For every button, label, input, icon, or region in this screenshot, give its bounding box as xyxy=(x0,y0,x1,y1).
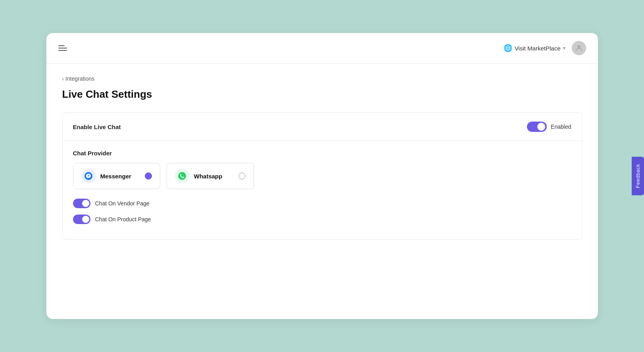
visit-marketplace-label: Visit MarketPlace xyxy=(515,45,561,52)
globe-icon: 🌐 xyxy=(504,44,512,52)
content-area: ‹ Integrations Live Chat Settings Enable… xyxy=(46,64,598,319)
chat-provider-section: Chat Provider Messenger xyxy=(63,141,582,239)
menu-icon[interactable] xyxy=(58,45,67,51)
whatsapp-radio[interactable] xyxy=(238,172,246,180)
enable-live-chat-toggle-group: Enabled xyxy=(527,122,571,132)
chat-product-page-toggle[interactable] xyxy=(73,215,90,224)
header: 🌐 Visit MarketPlace ▾ xyxy=(46,33,598,64)
breadcrumb-label: Integrations xyxy=(65,75,94,82)
messenger-icon xyxy=(81,169,96,183)
enable-live-chat-row: Enable Live Chat Enabled xyxy=(63,113,582,141)
messenger-radio[interactable] xyxy=(145,172,152,180)
breadcrumb[interactable]: ‹ Integrations xyxy=(62,75,582,82)
messenger-provider-card[interactable]: Messenger xyxy=(73,163,160,189)
header-right: 🌐 Visit MarketPlace ▾ xyxy=(504,41,586,55)
provider-cards: Messenger Whatsapp xyxy=(73,163,571,189)
chat-product-page-row: Chat On Product Page xyxy=(73,215,571,224)
chat-product-page-label: Chat On Product Page xyxy=(95,216,151,222)
chat-provider-label: Chat Provider xyxy=(73,150,571,157)
whatsapp-icon xyxy=(175,169,189,183)
whatsapp-provider-name: Whatsapp xyxy=(194,173,223,180)
whatsapp-provider-card[interactable]: Whatsapp xyxy=(167,163,254,189)
chevron-down-icon: ▾ xyxy=(563,45,565,51)
svg-point-2 xyxy=(178,172,186,180)
chat-vendor-page-label: Chat On Vendor Page xyxy=(95,200,150,207)
page-title: Live Chat Settings xyxy=(62,88,582,101)
breadcrumb-chevron-icon: ‹ xyxy=(62,76,64,82)
chat-vendor-page-row: Chat On Vendor Page xyxy=(73,199,571,208)
svg-point-0 xyxy=(577,45,580,48)
main-container: 🌐 Visit MarketPlace ▾ ‹ Integrations Liv… xyxy=(46,33,598,319)
visit-marketplace-button[interactable]: 🌐 Visit MarketPlace ▾ xyxy=(504,44,565,52)
messenger-provider-name: Messenger xyxy=(100,173,131,180)
settings-card: Enable Live Chat Enabled Chat Provider xyxy=(62,112,582,240)
svg-point-1 xyxy=(85,172,92,180)
enable-live-chat-toggle[interactable] xyxy=(527,122,547,132)
enable-live-chat-label: Enable Live Chat xyxy=(73,124,121,130)
enable-live-chat-status: Enabled xyxy=(551,124,571,130)
avatar[interactable] xyxy=(572,41,586,55)
chat-vendor-page-toggle[interactable] xyxy=(73,199,90,208)
